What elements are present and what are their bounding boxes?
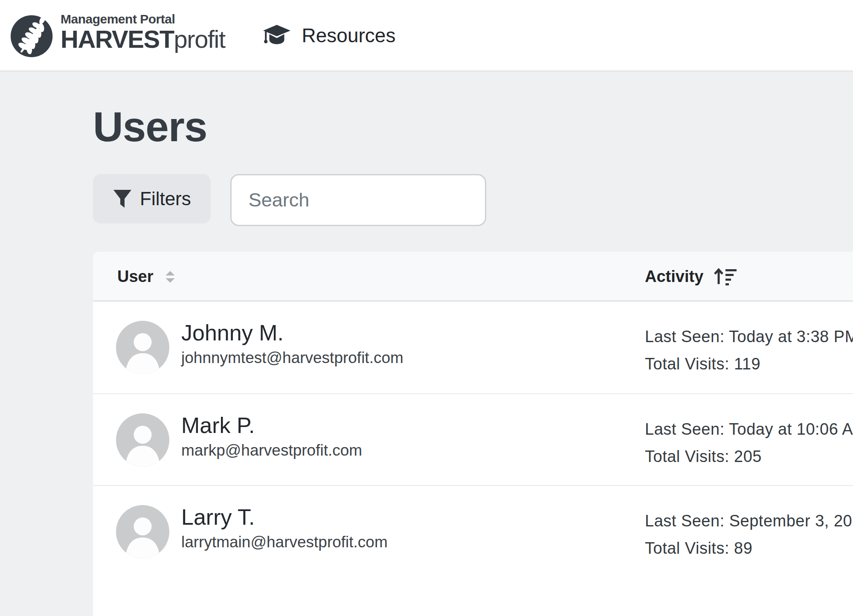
user-email: johnnymtest@harvestprofit.com [181,347,403,369]
brand-logo[interactable]: Management Portal HARVESTprofit [10,12,225,59]
brand-name: HARVESTprofit [61,26,225,58]
total-visits-text: Total Visits: 205 [645,443,853,470]
users-table: User Activity [93,252,853,616]
nav-item-label: Resources [302,24,396,47]
table-row[interactable]: Mark P. markp@harvestprofit.com Last See… [93,393,853,485]
user-name: Larry T. [181,503,388,531]
wheat-logo-icon [10,12,55,59]
last-seen-text: Last Seen: September 3, 2024 [645,507,853,535]
activity-info: Last Seen: September 3, 2024 Total Visit… [645,507,853,562]
nav-item-resources[interactable]: Resources [263,24,396,47]
graduation-cap-icon [263,24,291,46]
user-info: Johnny M. johnnymtest@harvestprofit.com [181,319,403,369]
toolbar: Filters [93,174,486,226]
avatar [116,505,169,558]
column-header-user-label: User [117,267,154,286]
user-name: Johnny M. [181,319,403,347]
funnel-icon [113,189,132,209]
total-visits-text: Total Visits: 89 [645,535,853,562]
main-content: Users Filters User Activity [0,73,853,148]
avatar [116,321,169,374]
column-header-activity[interactable]: Activity [645,252,737,302]
last-seen-text: Last Seen: Today at 3:38 PM [645,323,853,350]
table-row[interactable]: Larry T. larrytmain@harvestprofit.com La… [93,485,853,577]
brand-tagline: Management Portal [61,12,225,26]
last-seen-text: Last Seen: Today at 10:06 AM [645,416,853,443]
page-title: Users [93,105,853,148]
column-header-activity-label: Activity [645,267,703,286]
user-email: markp@harvestprofit.com [181,439,362,462]
sort-up-down-icon [165,270,176,284]
column-header-user[interactable]: User [117,252,176,302]
sort-amount-up-icon [714,268,737,286]
filters-button[interactable]: Filters [93,174,211,224]
filters-button-label: Filters [140,188,191,209]
top-navbar: Management Portal HARVESTprofit Resource… [0,0,853,72]
table-row[interactable]: Johnny M. johnnymtest@harvestprofit.com … [93,302,853,393]
activity-info: Last Seen: Today at 10:06 AM Total Visit… [645,416,853,470]
total-visits-text: Total Visits: 119 [645,350,853,378]
user-email: larrytmain@harvestprofit.com [181,531,388,553]
activity-info: Last Seen: Today at 3:38 PM Total Visits… [645,323,853,378]
user-info: Larry T. larrytmain@harvestprofit.com [181,503,388,553]
avatar [116,413,169,467]
search-input[interactable] [230,174,486,226]
user-info: Mark P. markp@harvestprofit.com [181,411,362,462]
table-header-row: User Activity [93,252,853,302]
user-name: Mark P. [181,411,362,439]
